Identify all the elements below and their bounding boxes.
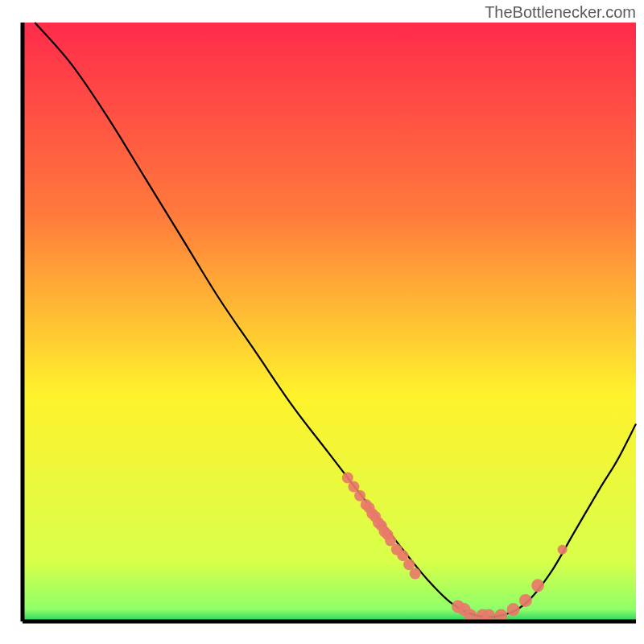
svg-point-23 [507,603,520,616]
chart-svg [0,0,644,644]
svg-point-26 [558,545,568,555]
bottleneck-chart: TheBottlenecker.com [0,0,644,644]
svg-point-25 [531,579,544,592]
svg-point-24 [519,594,532,607]
svg-point-16 [410,568,421,579]
watermark-text: TheBottlenecker.com [485,3,636,22]
svg-rect-0 [23,23,636,621]
